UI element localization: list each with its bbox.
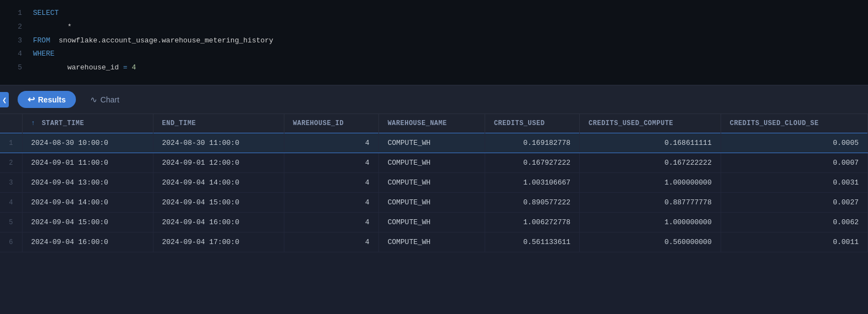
line-number-4: 4 [0,50,33,58]
table-cell: 1.000000000 [580,173,721,193]
row-number-cell: 2 [0,153,22,173]
table-cell: 0.561133611 [485,232,579,252]
col-header-start-time[interactable]: ↑ START_TIME [22,114,153,133]
table-cell: COMPUTE_WH [378,232,485,252]
line-content-2: * [33,21,72,33]
col-label-credits-used-cloud: CREDITS_USED_CLOUD_SE [730,120,819,127]
table-cell: 4 [284,232,378,252]
table-cell: 4 [284,213,378,232]
col-label-credits-used: CREDITS_USED [494,120,545,127]
table-cell: 2024-09-04 14:00:0 [22,193,153,213]
row-number-cell: 3 [0,173,22,193]
line-number-5: 5 [0,63,33,72]
sort-icon: ↑ [31,120,36,127]
table-cell: 1.003106667 [485,173,579,193]
row-number-cell: 6 [0,232,22,252]
table-cell: 1.000000000 [580,213,721,232]
table-cell: 0.0062 [721,213,867,232]
table-cell: COMPUTE_WH [378,213,485,232]
col-header-rownum [0,114,22,133]
table-row[interactable]: 42024-09-04 14:00:02024-09-04 15:00:04CO… [0,193,868,213]
table-cell: 0.0007 [721,153,867,173]
table-cell: 2024-09-01 12:00:0 [153,153,284,173]
line-content-1: SELECT [33,8,59,19]
table-cell: 0.167222222 [580,153,721,173]
table-cell: 0.0005 [721,133,867,153]
table-cell: 2024-09-04 15:00:0 [22,213,153,232]
row-number-cell: 5 [0,213,22,232]
table-row[interactable]: 62024-09-04 16:00:02024-09-04 17:00:04CO… [0,232,868,252]
line-number-2: 2 [0,23,33,31]
table-cell: 2024-09-04 16:00:0 [153,213,284,232]
col-header-warehouse-id[interactable]: WAREHOUSE_ID [284,114,378,133]
results-area: ↑ START_TIME END_TIME WAREHOUSE_ID WAREH… [0,114,868,252]
line-content-3: FROM snowflake.account_usage.warehouse_m… [33,35,273,47]
sql-line-5: 5 warehouse_id = 4 [0,61,868,75]
col-header-end-time[interactable]: END_TIME [153,114,284,133]
table-cell: 2024-09-04 13:00:0 [22,173,153,193]
col-label-start-time: START_TIME [42,120,84,127]
table-cell: 4 [284,193,378,213]
table-cell: 2024-08-30 11:00:0 [153,133,284,153]
table-cell: 4 [284,153,378,173]
table-row[interactable]: 52024-09-04 15:00:02024-09-04 16:00:04CO… [0,213,868,232]
table-cell: COMPUTE_WH [378,173,485,193]
sql-editor[interactable]: 1 SELECT 2 * 3 FROM snowflake.account_us… [0,0,868,85]
results-tab-label: Results [38,95,66,104]
line-number-3: 3 [0,36,33,45]
table-cell: 4 [284,173,378,193]
table-cell: 4 [284,133,378,153]
table-cell: COMPUTE_WH [378,153,485,173]
table-cell: 0.0027 [721,193,867,213]
sql-line-2: 2 * [0,20,868,34]
table-cell: 0.169182778 [485,133,579,153]
table-cell: 0.167927222 [485,153,579,173]
table-cell: COMPUTE_WH [378,193,485,213]
table-cell: 0.560000000 [580,232,721,252]
table-cell: 2024-09-04 14:00:0 [153,173,284,193]
line-number-1: 1 [0,9,33,17]
col-label-end-time: END_TIME [162,120,196,127]
table-cell: 0.0031 [721,173,867,193]
sql-line-3: 3 FROM snowflake.account_usage.warehouse… [0,34,868,48]
row-number-cell: 4 [0,193,22,213]
table-cell: COMPUTE_WH [378,133,485,153]
col-label-credits-used-compute: CREDITS_USED_COMPUTE [589,120,673,127]
chart-icon: ∿ [90,95,97,105]
table-cell: 2024-09-04 15:00:0 [153,193,284,213]
col-header-credits-used-compute[interactable]: CREDITS_USED_COMPUTE [580,114,721,133]
tab-chart[interactable]: ∿ Chart [80,91,129,108]
table-row[interactable]: 12024-08-30 10:00:02024-08-30 11:00:04CO… [0,133,868,153]
table-cell: 2024-09-04 17:00:0 [153,232,284,252]
chart-tab-label: Chart [101,95,119,104]
results-icon: ↩ [28,94,35,105]
table-row[interactable]: 22024-09-01 11:00:02024-09-01 12:00:04CO… [0,153,868,173]
table-cell: 0.887777778 [580,193,721,213]
tabs-bar: ❮ ↩ Results ∿ Chart [0,85,868,114]
table-cell: 1.006272778 [485,213,579,232]
table-header-row: ↑ START_TIME END_TIME WAREHOUSE_ID WAREH… [0,114,868,133]
col-label-warehouse-id: WAREHOUSE_ID [293,120,344,127]
sql-line-1: 1 SELECT [0,7,868,20]
table-cell: 0.0011 [721,232,867,252]
sql-line-4: 4 WHERE [0,47,868,61]
table-cell: 0.890577222 [485,193,579,213]
collapse-button[interactable]: ❮ [0,92,9,107]
table-row[interactable]: 32024-09-04 13:00:02024-09-04 14:00:04CO… [0,173,868,193]
tab-results[interactable]: ↩ Results [18,91,76,108]
col-header-warehouse-name[interactable]: WAREHOUSE_NAME [378,114,485,133]
line-content-4: WHERE [33,48,54,60]
col-header-credits-used[interactable]: CREDITS_USED [485,114,579,133]
table-cell: 2024-09-04 16:00:0 [22,232,153,252]
col-header-credits-used-cloud[interactable]: CREDITS_USED_CLOUD_SE [721,114,867,133]
col-label-warehouse-name: WAREHOUSE_NAME [388,120,447,127]
table-body: 12024-08-30 10:00:02024-08-30 11:00:04CO… [0,133,868,252]
table-cell: 2024-09-01 11:00:0 [22,153,153,173]
row-number-cell: 1 [0,133,22,153]
table-cell: 2024-08-30 10:00:0 [22,133,153,153]
table-cell: 0.168611111 [580,133,721,153]
results-table: ↑ START_TIME END_TIME WAREHOUSE_ID WAREH… [0,114,868,252]
line-content-5: warehouse_id = 4 [33,62,136,74]
